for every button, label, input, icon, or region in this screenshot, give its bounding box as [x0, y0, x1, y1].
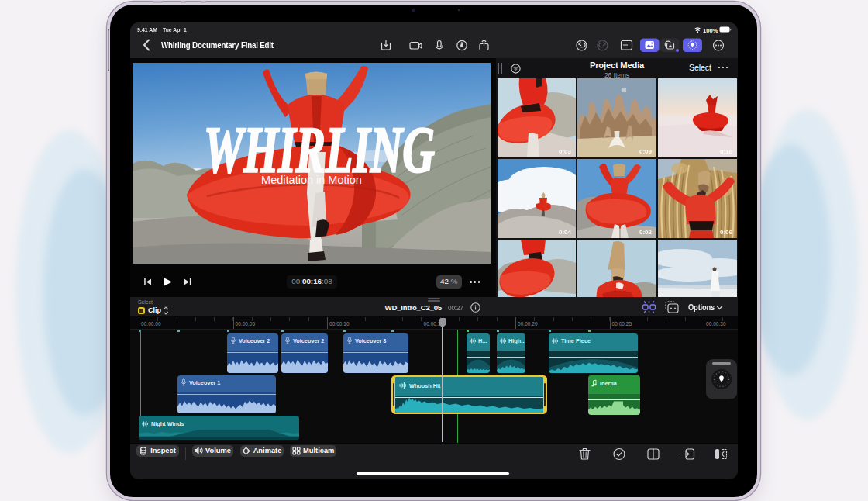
svg-text:0:02: 0:02 [639, 229, 653, 236]
svg-text:100%: 100% [703, 27, 718, 33]
svg-text:Meditation in Motion: Meditation in Motion [261, 174, 362, 186]
svg-text:0:09: 0:09 [639, 148, 653, 155]
svg-text:0:10: 0:10 [720, 148, 733, 155]
svg-text:0:03: 0:03 [559, 148, 572, 155]
svg-text:0:04: 0:04 [559, 229, 572, 236]
svg-text:0:06: 0:06 [720, 229, 733, 236]
